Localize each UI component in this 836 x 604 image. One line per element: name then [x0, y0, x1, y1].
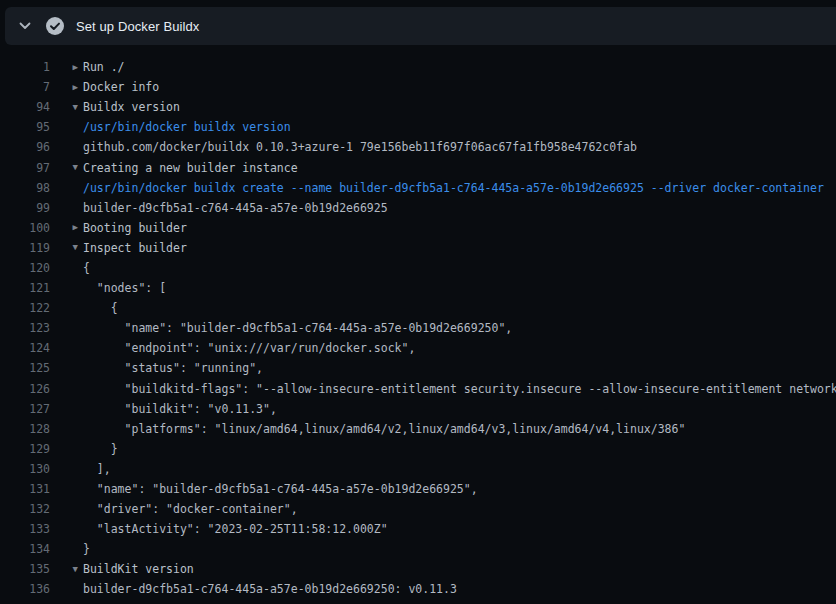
line-number[interactable]: 127: [0, 402, 50, 416]
line-number[interactable]: 133: [0, 522, 50, 536]
step-header[interactable]: Set up Docker Buildx: [5, 7, 836, 45]
line-number[interactable]: 120: [0, 261, 50, 275]
output-text: "driver": "docker-container",: [83, 502, 298, 516]
line-number[interactable]: 100: [0, 221, 50, 235]
output-text: {: [83, 261, 90, 275]
output-text: "lastActivity": "2023-02-25T11:58:12.000…: [83, 522, 388, 536]
log-line: 132 "driver": "docker-container",: [0, 499, 836, 519]
triangle-right-icon: ▶: [50, 223, 78, 232]
group-title[interactable]: Inspect builder: [83, 241, 187, 255]
output-text: "name": "builder-d9cfb5a1-c764-445a-a57e…: [83, 321, 512, 335]
line-number[interactable]: 130: [0, 462, 50, 476]
log-line: 131 "name": "builder-d9cfb5a1-c764-445a-…: [0, 479, 836, 499]
log-group-row[interactable]: 135▼BuildKit version: [0, 559, 836, 579]
output-text: builder-d9cfb5a1-c764-445a-a57e-0b19d2e6…: [83, 582, 457, 596]
output-text: }: [83, 442, 118, 456]
line-number[interactable]: 94: [0, 100, 50, 114]
group-title[interactable]: BuildKit version: [83, 562, 194, 576]
log-group-row[interactable]: 1▶Run ./: [0, 57, 836, 77]
triangle-down-icon: ▼: [50, 103, 78, 112]
group-title[interactable]: Docker info: [83, 80, 159, 94]
line-number[interactable]: 135: [0, 562, 50, 576]
line-number[interactable]: 95: [0, 120, 50, 134]
log-group-row[interactable]: 100▶Booting builder: [0, 218, 836, 238]
log-line: 125 "status": "running",: [0, 358, 836, 378]
output-text: "buildkit": "v0.11.3",: [83, 402, 277, 416]
log-line: 120{: [0, 258, 836, 278]
output-text: ],: [83, 462, 111, 476]
check-circle-icon: [45, 16, 65, 36]
log-line: 133 "lastActivity": "2023-02-25T11:58:12…: [0, 519, 836, 539]
line-number[interactable]: 123: [0, 321, 50, 335]
log-line: 136builder-d9cfb5a1-c764-445a-a57e-0b19d…: [0, 579, 836, 599]
triangle-down-icon: ▼: [50, 243, 78, 252]
line-number[interactable]: 129: [0, 442, 50, 456]
line-number[interactable]: 98: [0, 181, 50, 195]
log-line: 121 "nodes": [: [0, 278, 836, 298]
log-line: 95/usr/bin/docker buildx version: [0, 117, 836, 137]
line-number[interactable]: 97: [0, 161, 50, 175]
line-number[interactable]: 7: [0, 80, 50, 94]
line-number[interactable]: 125: [0, 361, 50, 375]
step-title: Set up Docker Buildx: [76, 19, 199, 34]
log-group-row[interactable]: 97▼Creating a new builder instance: [0, 157, 836, 177]
triangle-right-icon: ▶: [50, 83, 78, 92]
line-number[interactable]: 134: [0, 542, 50, 556]
line-number[interactable]: 131: [0, 482, 50, 496]
log-line: 134}: [0, 539, 836, 559]
line-number[interactable]: 128: [0, 422, 50, 436]
output-text: "endpoint": "unix:///var/run/docker.sock…: [83, 341, 415, 355]
log-line: 96github.com/docker/buildx 0.10.3+azure-…: [0, 137, 836, 157]
output-text: "name": "builder-d9cfb5a1-c764-445a-a57e…: [83, 482, 478, 496]
chevron-down-icon[interactable]: [16, 17, 34, 35]
line-number[interactable]: 99: [0, 201, 50, 215]
log-group-row[interactable]: 7▶Docker info: [0, 77, 836, 97]
output-text: builder-d9cfb5a1-c764-445a-a57e-0b19d2e6…: [83, 201, 388, 215]
log-group-row[interactable]: 119▼Inspect builder: [0, 238, 836, 258]
triangle-down-icon: ▼: [50, 565, 78, 574]
line-number[interactable]: 126: [0, 382, 50, 396]
command-text: /usr/bin/docker buildx create --name bui…: [83, 181, 824, 195]
line-number[interactable]: 119: [0, 241, 50, 255]
log-line: 98/usr/bin/docker buildx create --name b…: [0, 178, 836, 198]
log-line: 129 }: [0, 439, 836, 459]
group-title[interactable]: Creating a new builder instance: [83, 161, 298, 175]
output-text: "nodes": [: [83, 281, 166, 295]
line-number[interactable]: 122: [0, 301, 50, 315]
log-group-row[interactable]: 94▼Buildx version: [0, 97, 836, 117]
output-text: "buildkitd-flags": "--allow-insecure-ent…: [83, 382, 836, 396]
command-text: /usr/bin/docker buildx version: [83, 120, 291, 134]
output-text: "platforms": "linux/amd64,linux/amd64/v2…: [83, 422, 685, 436]
log-line: 122 {: [0, 298, 836, 318]
log-line: 126 "buildkitd-flags": "--allow-insecure…: [0, 379, 836, 399]
log-line: 130 ],: [0, 459, 836, 479]
group-title[interactable]: Booting builder: [83, 221, 187, 235]
output-text: "status": "running",: [83, 361, 263, 375]
log-line: 123 "name": "builder-d9cfb5a1-c764-445a-…: [0, 318, 836, 338]
line-number[interactable]: 121: [0, 281, 50, 295]
log-lines: 1▶Run ./7▶Docker info94▼Buildx version95…: [0, 57, 836, 600]
group-title[interactable]: Buildx version: [83, 100, 180, 114]
line-number[interactable]: 1: [0, 60, 50, 74]
log-line: 99builder-d9cfb5a1-c764-445a-a57e-0b19d2…: [0, 198, 836, 218]
line-number[interactable]: 96: [0, 140, 50, 154]
log-line: 127 "buildkit": "v0.11.3",: [0, 399, 836, 419]
triangle-down-icon: ▼: [50, 163, 78, 172]
group-title[interactable]: Run ./: [83, 60, 125, 74]
line-number[interactable]: 124: [0, 341, 50, 355]
output-text: github.com/docker/buildx 0.10.3+azure-1 …: [83, 140, 637, 154]
output-text: {: [83, 301, 118, 315]
line-number[interactable]: 132: [0, 502, 50, 516]
output-text: }: [83, 542, 90, 556]
line-number[interactable]: 136: [0, 582, 50, 596]
triangle-right-icon: ▶: [50, 63, 78, 72]
log-line: 128 "platforms": "linux/amd64,linux/amd6…: [0, 419, 836, 439]
log-line: 124 "endpoint": "unix:///var/run/docker.…: [0, 338, 836, 358]
